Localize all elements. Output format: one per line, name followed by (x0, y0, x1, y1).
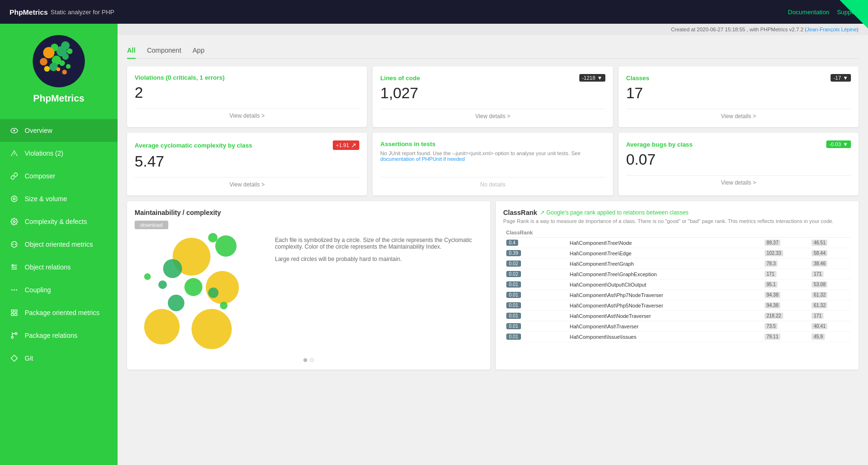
sidebar-label-object-oriented: Object oriented metrics (25, 241, 93, 248)
classes-card-title: Classes (626, 74, 649, 82)
rank-cell: 0.01 (503, 290, 567, 300)
download-button[interactable]: download (135, 221, 168, 229)
meta-created: Created at 2020-06-27 15:18:55 , with PH… (671, 27, 859, 32)
sidebar-item-object-oriented[interactable]: Object oriented metrics (0, 233, 118, 256)
classrank-col-v2 (809, 228, 851, 238)
sidebar-label-package-relations: Package relations (25, 332, 77, 339)
avg-complexity-card: Average cyclomatic complexity by class +… (127, 133, 367, 195)
svg-point-7 (11, 289, 13, 291)
sidebar-label-violations: Violations (2) (25, 149, 63, 157)
bubble-7 (184, 278, 202, 296)
sidebar-item-package-relations[interactable]: Package relations (0, 324, 118, 347)
main-layout: PhpMetrics Overview Violations (2) (0, 24, 868, 465)
sidebar-item-composer[interactable]: Composer (0, 165, 118, 187)
avg-bugs-link[interactable]: View details > (626, 175, 851, 186)
sidebar-label-package-oriented: Package oriented metrics (25, 309, 100, 316)
lines-card-value: 1,027 (380, 84, 605, 102)
classrank-title-link[interactable]: ↗ Google's page rank applied to relation… (540, 209, 688, 216)
sidebar-label-git: Git (25, 354, 33, 362)
maintainability-content: Each file is symbolized by a circle. Siz… (135, 233, 483, 356)
bubble-12 (208, 288, 219, 298)
content: Created at 2020-06-27 15:18:55 , with PH… (118, 24, 868, 465)
classrank-col-class (567, 228, 762, 238)
table-row: 0.02 Hal\Component\Tree\Graph 78.3 38.46 (503, 259, 851, 269)
table-row: 0.01 Hal\Component\Ast\NodeTraverser 218… (503, 311, 851, 321)
table-row: 0.02 Hal\Component\Tree\GraphException 1… (503, 269, 851, 279)
sidebar-item-git[interactable]: Git (0, 347, 118, 370)
avg-complexity-link[interactable]: View details > (135, 177, 359, 188)
avg-bugs-card: Average bugs by class -0.03 ▼ 0.07 View … (619, 133, 859, 195)
val1-cell: 218.22 (762, 311, 809, 321)
svg-point-2 (13, 198, 15, 200)
sidebar-item-object-relations[interactable]: Object relations (0, 256, 118, 279)
avg-bugs-title: Average bugs by class (626, 141, 693, 148)
sidebar-item-complexity-defects[interactable]: Complexity & defects (0, 210, 118, 233)
class-cell: Hal\Component\Ast\Php5NodeTraverser (567, 300, 762, 311)
brand-name: PhpMetrics (9, 8, 48, 16)
bubble-8 (168, 295, 184, 311)
lines-card-header: Lines of code -1218 ▼ (380, 74, 605, 82)
val1-cell: 95.1 (762, 279, 809, 290)
sidebar-item-violations[interactable]: Violations (2) (0, 142, 118, 165)
chart-desc-2: Large red circles will be probably hard … (275, 256, 483, 262)
sidebar-item-size-volume[interactable]: Size & volume (0, 187, 118, 210)
bubble-13 (144, 273, 151, 280)
tab-app[interactable]: App (192, 43, 204, 59)
sidebar-item-overview[interactable]: Overview (0, 119, 118, 142)
documentation-link[interactable]: Documentation (788, 9, 829, 16)
classes-card-header: Classes -17 ▼ (626, 74, 851, 82)
author-link[interactable]: Jean-François Lépine (807, 27, 857, 32)
violations-card: Violations (0 criticals, 1 errors) 2 Vie… (127, 66, 367, 127)
chart-dot-inactive (310, 358, 314, 362)
second-cards-row: Average cyclomatic complexity by class +… (127, 133, 859, 195)
val2-cell: 58.44 (809, 248, 851, 259)
classes-card-link[interactable]: View details > (626, 109, 851, 120)
svg-rect-10 (11, 310, 14, 312)
content-meta: Created at 2020-06-27 15:18:55 , with PH… (118, 24, 868, 35)
connect-icon (9, 262, 19, 272)
rank-cell: 0.01 (503, 300, 567, 311)
avg-complexity-header: Average cyclomatic complexity by class +… (135, 140, 359, 150)
circle-icon (9, 240, 19, 249)
avg-bugs-header: Average bugs by class -0.03 ▼ (626, 140, 851, 148)
val2-cell: 45.9 (809, 332, 851, 342)
sidebar-title: PhpMetrics (33, 93, 84, 104)
val1-cell: 94.38 (762, 300, 809, 311)
bottom-row: Maintainability / complexity download (127, 201, 859, 370)
svg-rect-13 (15, 313, 17, 316)
assertions-note: No JUnit report found. Use the --junit=<… (380, 150, 605, 170)
violations-card-header: Violations (0 criticals, 1 errors) (135, 74, 359, 81)
maintainability-panel: Maintainability / complexity download (127, 201, 490, 370)
violations-card-value: 2 (135, 84, 359, 102)
classrank-title-text: ClassRank (503, 209, 538, 216)
tab-component[interactable]: Component (147, 43, 181, 59)
rank-cell: 0.02 (503, 269, 567, 279)
rank-cell: 0.02 (503, 259, 567, 269)
violations-card-link[interactable]: View details > (135, 108, 359, 119)
val1-cell: 73.5 (762, 321, 809, 332)
assertions-title: Assertions in tests (380, 140, 435, 148)
table-row: 0.01 Hal\Component\Ast\Traverser 73.5 40… (503, 321, 851, 332)
val2-cell: 61.32 (809, 290, 851, 300)
val2-cell: 38.46 (809, 259, 851, 269)
phpunit-docs-link[interactable]: documentation of PHPUnit if needed (380, 156, 465, 162)
topbar-links: Documentation Support (788, 9, 859, 16)
sidebar-label-overview: Overview (25, 127, 52, 134)
table-row: 0.01 Hal\Component\Output\CliOutput 95.1… (503, 279, 851, 290)
classrank-table: ClassRank 0.4 Hal\Component\Tree\Node 89… (503, 228, 851, 342)
table-row: 0.4 Hal\Component\Tree\Node 89.37 46.51 (503, 238, 851, 248)
svg-point-5 (12, 244, 14, 245)
sidebar-item-coupling[interactable]: Coupling (0, 279, 118, 301)
bubble-4 (144, 309, 180, 344)
classrank-table-wrapper[interactable]: ClassRank 0.4 Hal\Component\Tree\Node 89… (503, 228, 851, 342)
sidebar-item-package-oriented[interactable]: Package oriented metrics (0, 301, 118, 324)
val2-cell: 171 (809, 269, 851, 279)
class-cell: Hal\Component\Tree\GraphException (567, 269, 762, 279)
lines-card-link[interactable]: View details > (380, 109, 605, 120)
val2-cell: 61.32 (809, 300, 851, 311)
val2-cell: 46.51 (809, 238, 851, 248)
val1-cell: 89.37 (762, 238, 809, 248)
tab-all[interactable]: All (127, 43, 136, 59)
sidebar-nav: Overview Violations (2) Composer (0, 115, 118, 373)
rank-cell: 0.01 (503, 279, 567, 290)
